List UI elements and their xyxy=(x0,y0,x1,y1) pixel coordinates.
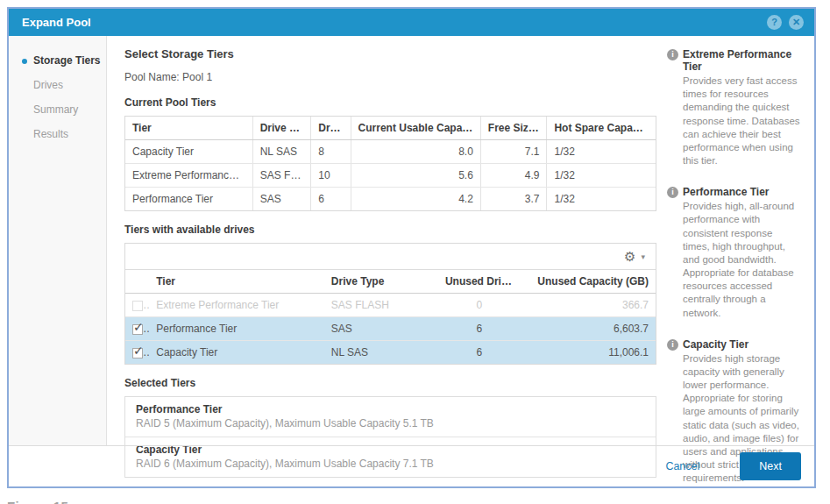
dialog-title: Expand Pool xyxy=(22,16,760,29)
cell-usable-capacity: 5.6 xyxy=(351,164,480,188)
gear-icon[interactable]: ⚙ xyxy=(624,250,635,263)
step-summary[interactable]: Summary xyxy=(9,97,106,122)
selected-tier-performance: Performance Tier RAID 5 (Maximum Capacit… xyxy=(125,397,656,437)
cell-tier: Capacity Tier xyxy=(149,341,324,365)
info-icon: i xyxy=(667,187,678,198)
cell-unused-capacity: 6,603.7 xyxy=(521,317,656,341)
info-title: Capacity Tier xyxy=(683,338,802,351)
cancel-button[interactable]: Cancel xyxy=(665,460,699,472)
cell-free-size: 3.7 xyxy=(480,188,547,211)
table-row: Capacity Tier NL SAS 8 8.0 7.1 1/32 xyxy=(125,140,656,164)
close-icon[interactable]: ✕ xyxy=(789,15,804,30)
table-row: Extreme Performance Tier SAS FLASH 10 5.… xyxy=(125,164,656,188)
table-toolbar: ⚙ ▾ xyxy=(125,244,656,270)
row-checkbox[interactable]: ✓ xyxy=(132,348,143,358)
info-text: Provides very fast access times for reso… xyxy=(683,75,802,167)
cell-free-size: 7.1 xyxy=(480,140,547,164)
selected-tier-name: Performance Tier xyxy=(136,403,645,415)
col-hot-spare-capacity: Hot Spare Capacity xyxy=(547,117,656,140)
page: Expand Pool ? ✕ Storage Tiers Drives Sum… xyxy=(0,0,830,504)
cell-usable-capacity: 8.0 xyxy=(351,140,480,164)
cell-drive-type: SAS xyxy=(324,317,438,341)
table-row: Performance Tier SAS 6 4.2 3.7 1/32 xyxy=(125,188,656,211)
available-tiers-table: ⚙ ▾ Tier Drive Type xyxy=(124,243,656,365)
cell-free-size: 4.9 xyxy=(480,164,547,188)
info-text: Provides high, all-around performance wi… xyxy=(683,200,802,320)
cell-drive-type: NL SAS xyxy=(252,140,311,164)
cell-unused-drives: 0 xyxy=(438,294,521,317)
table-header-row: Tier Drive Type Unused Drives Unused Cap… xyxy=(125,270,656,294)
page-title: Select Storage Tiers xyxy=(124,47,656,60)
expand-pool-dialog: Expand Pool ? ✕ Storage Tiers Drives Sum… xyxy=(7,7,816,488)
cell-unused-drives: 6 xyxy=(438,341,521,365)
col-drive-type: Drive Type xyxy=(252,117,311,140)
info-icon: i xyxy=(667,49,678,60)
cell-drive-type: SAS xyxy=(252,188,311,211)
current-pool-tiers-title: Current Pool Tiers xyxy=(124,96,656,109)
col-current-usable-capacity: Current Usable Capacity (TB) xyxy=(351,117,480,140)
step-label: Summary xyxy=(33,103,78,116)
tier-row-extreme-performance: ✓ Extreme Performance Tier SAS FLASH 0 3… xyxy=(125,294,656,317)
step-drives[interactable]: Drives xyxy=(9,73,106,97)
tier-row-performance[interactable]: ✓ Performance Tier SAS 6 6,603.7 xyxy=(125,317,656,341)
info-icon: i xyxy=(667,339,678,351)
check-icon: ✓ xyxy=(133,344,144,358)
help-icon[interactable]: ? xyxy=(767,15,782,30)
current-pool-tiers-table: Tier Drive Type Drives Current Usable Ca… xyxy=(124,116,656,211)
dialog-footer: Cancel Next xyxy=(9,445,814,486)
cell-unused-capacity: 366.7 xyxy=(521,294,656,317)
cell-hot-spare: 1/32 xyxy=(547,164,656,188)
cell-drives: 8 xyxy=(311,140,351,164)
cell-tier: Performance Tier xyxy=(149,317,324,341)
selected-tiers-title: Selected Tiers xyxy=(124,377,656,389)
dialog-body: Storage Tiers Drives Summary Results Sel… xyxy=(9,36,814,445)
wizard-steps-sidebar: Storage Tiers Drives Summary Results xyxy=(9,36,107,445)
row-checkbox[interactable]: ✓ xyxy=(132,324,143,335)
col-tier: Tier xyxy=(125,117,252,140)
available-tiers-title: Tiers with available drives xyxy=(124,224,656,236)
cell-drive-type: SAS FLASH xyxy=(252,164,311,188)
col-drive-type: Drive Type xyxy=(324,270,438,294)
col-drives: Drives xyxy=(311,117,351,140)
cell-tier: Extreme Performance Tier xyxy=(125,164,252,188)
cell-usable-capacity: 4.2 xyxy=(351,188,480,211)
figure-caption: Figure 15 xyxy=(7,499,68,504)
cell-drives: 10 xyxy=(311,164,351,188)
table-header-row: Tier Drive Type Drives Current Usable Ca… xyxy=(125,117,656,140)
chevron-down-icon[interactable]: ▾ xyxy=(641,252,645,261)
pool-name-label: Pool Name: Pool 1 xyxy=(124,71,656,83)
cell-tier: Performance Tier xyxy=(125,188,252,211)
step-label: Drives xyxy=(33,79,63,91)
col-unused-capacity: Unused Capacity (GB) xyxy=(521,270,656,294)
step-results[interactable]: Results xyxy=(9,122,106,146)
cell-tier: Capacity Tier xyxy=(125,140,252,164)
cell-unused-drives: 6 xyxy=(438,317,521,341)
step-label: Results xyxy=(33,128,68,140)
tier-row-capacity[interactable]: ✓ Capacity Tier NL SAS 6 11,006.1 xyxy=(125,341,656,365)
col-unused-drives: Unused Drives xyxy=(438,270,521,294)
cell-drives: 6 xyxy=(311,188,351,211)
cell-unused-capacity: 11,006.1 xyxy=(521,341,656,365)
col-free-size: Free Size (TB) xyxy=(480,117,547,140)
step-storage-tiers[interactable]: Storage Tiers xyxy=(9,48,106,73)
dialog-titlebar: Expand Pool ? ✕ xyxy=(9,9,814,36)
info-title: Extreme Performance Tier xyxy=(683,48,802,73)
info-title: Performance Tier xyxy=(683,186,802,198)
cell-hot-spare: 1/32 xyxy=(547,140,656,164)
cell-drive-type: NL SAS xyxy=(324,341,438,365)
active-step-dot xyxy=(22,59,27,64)
info-performance-tier: i Performance Tier Provides high, all-ar… xyxy=(667,186,802,320)
step-label: Storage Tiers xyxy=(33,54,100,67)
col-checkbox xyxy=(125,270,149,294)
col-tier: Tier xyxy=(149,270,324,294)
selected-tier-detail: RAID 5 (Maximum Capacity), Maximum Usabl… xyxy=(136,417,645,429)
row-checkbox: ✓ xyxy=(132,301,143,311)
cell-hot-spare: 1/32 xyxy=(547,188,656,211)
tier-info-panel: i Extreme Performance Tier Provides very… xyxy=(665,36,814,445)
main-content: Select Storage Tiers Pool Name: Pool 1 C… xyxy=(107,36,665,445)
info-extreme-performance-tier: i Extreme Performance Tier Provides very… xyxy=(667,48,802,167)
next-button[interactable]: Next xyxy=(740,452,801,480)
check-icon: ✓ xyxy=(133,320,144,334)
cell-drive-type: SAS FLASH xyxy=(324,294,438,317)
cell-tier: Extreme Performance Tier xyxy=(149,294,324,317)
